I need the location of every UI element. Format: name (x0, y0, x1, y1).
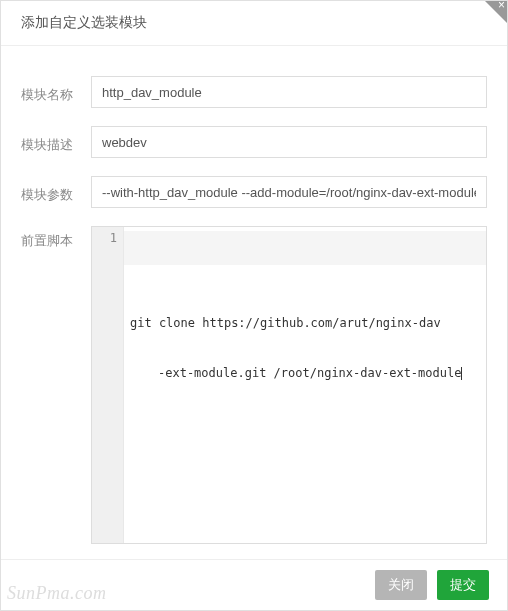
dialog-title: 添加自定义选装模块 (1, 1, 507, 46)
code-editor[interactable]: 1 git clone https://github.com/arut/ngin… (91, 226, 487, 544)
row-module-name: 模块名称 (21, 76, 487, 108)
input-module-desc[interactable] (91, 126, 487, 158)
label-module-name: 模块名称 (21, 80, 91, 104)
input-module-params[interactable] (91, 176, 487, 208)
line-number: 1 (92, 231, 117, 245)
dialog: 添加自定义选装模块 模块名称 模块描述 模块参数 前置脚本 1 gi (0, 0, 508, 611)
active-line-bg (124, 231, 486, 265)
label-pre-script: 前置脚本 (21, 226, 91, 250)
row-module-desc: 模块描述 (21, 126, 487, 158)
input-module-name[interactable] (91, 76, 487, 108)
submit-button[interactable]: 提交 (437, 570, 489, 600)
close-icon[interactable] (485, 1, 507, 23)
code-content[interactable]: git clone https://github.com/arut/nginx-… (124, 227, 486, 543)
row-module-params: 模块参数 (21, 176, 487, 208)
code-line-2: -ext-module.git /root/nginx-dav-ext-modu… (130, 365, 480, 382)
row-pre-script: 前置脚本 1 git clone https://github.com/arut… (21, 226, 487, 544)
cancel-button[interactable]: 关闭 (375, 570, 427, 600)
code-line-1: git clone https://github.com/arut/nginx-… (130, 315, 480, 332)
label-module-params: 模块参数 (21, 180, 91, 204)
watermark: SunPma.com (7, 583, 106, 604)
label-module-desc: 模块描述 (21, 130, 91, 154)
dialog-body: 模块名称 模块描述 模块参数 前置脚本 1 git clone https://… (1, 46, 507, 544)
text-cursor (461, 367, 462, 380)
code-gutter: 1 (92, 227, 124, 543)
